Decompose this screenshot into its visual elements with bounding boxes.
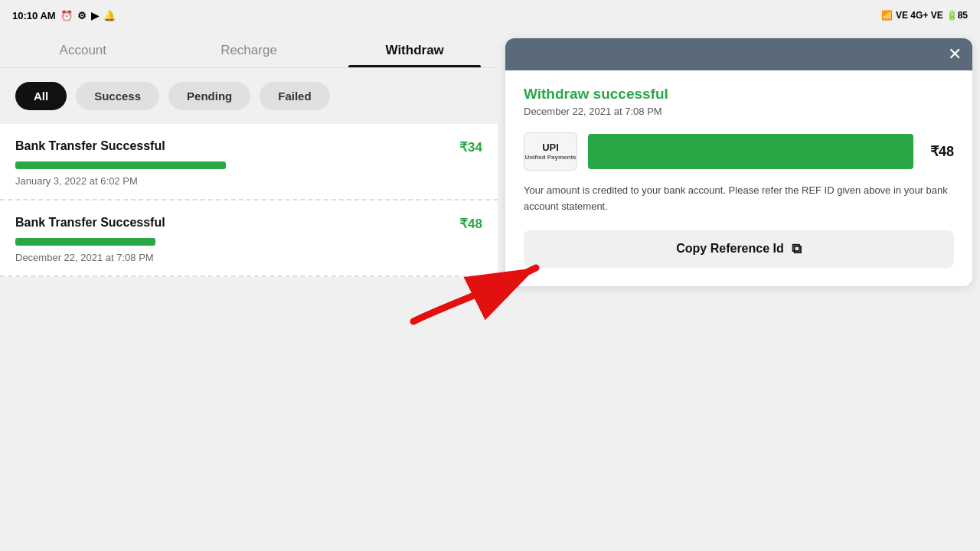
youtube-icon: ▶: [91, 10, 99, 21]
copy-icon: ⧉: [792, 241, 802, 257]
filter-pending[interactable]: Pending: [168, 82, 250, 110]
tab-recharge[interactable]: Recharge: [166, 31, 332, 67]
transaction-date-1: January 3, 2022 at 6:02 PM: [15, 175, 482, 187]
upi-green-bar: [588, 134, 913, 169]
progress-bar-2: [15, 238, 155, 246]
copy-ref-label: Copy Reference Id: [676, 242, 783, 256]
transaction-header-1: Bank Transfer Successful ₹34: [15, 139, 482, 155]
transaction-title-1: Bank Transfer Successful: [15, 139, 165, 153]
modal-body: Withdraw successful December 22, 2021 at…: [505, 70, 972, 286]
status-bar: 10:10 AM ⏰ ⚙ ▶ 🔔 📶 VE 4G+ VE 🔋85: [0, 0, 980, 31]
filter-failed[interactable]: Failed: [260, 82, 329, 110]
status-left: 10:10 AM ⏰ ⚙ ▶ 🔔: [12, 10, 116, 21]
transaction-list: Bank Transfer Successful ₹34 January 3, …: [0, 124, 498, 277]
transaction-amount-2: ₹48: [459, 216, 482, 232]
modal-header: ✕: [505, 38, 972, 70]
wifi-icon: 📶: [881, 10, 893, 21]
tab-withdraw[interactable]: Withdraw: [332, 31, 498, 67]
info-text: Your amount is credited to your bank acc…: [524, 183, 954, 215]
transaction-title-2: Bank Transfer Successful: [15, 216, 165, 230]
table-row[interactable]: Bank Transfer Successful ₹48 December 22…: [0, 201, 498, 277]
copy-reference-id-button[interactable]: Copy Reference Id ⧉: [524, 230, 954, 268]
payment-row: UPI Unified Payments ₹48: [524, 132, 954, 171]
transaction-amount-1: ₹34: [459, 139, 482, 155]
tab-bar: Account Recharge Withdraw: [0, 31, 498, 68]
alarm-icon: ⏰: [60, 10, 73, 21]
progress-bar-1: [15, 161, 226, 169]
transaction-header-2: Bank Transfer Successful ₹48: [15, 216, 482, 232]
settings-icon: ⚙: [77, 10, 87, 21]
withdraw-success-date: December 22, 2021 at 7:08 PM: [524, 106, 954, 117]
left-panel: Account Recharge Withdraw All Success Pe…: [0, 31, 498, 551]
bell-icon: 🔔: [103, 10, 116, 21]
battery-icon: 🔋85: [946, 10, 968, 21]
time-display: 10:10 AM: [12, 10, 56, 21]
filter-all[interactable]: All: [15, 82, 67, 110]
right-panel: ✕ Withdraw successful December 22, 2021 …: [498, 31, 980, 551]
status-right: 📶 VE 4G+ VE 🔋85: [881, 10, 968, 21]
withdraw-success-title: Withdraw successful: [524, 86, 954, 103]
filter-success[interactable]: Success: [76, 82, 159, 110]
transaction-date-2: December 22, 2021 at 7:08 PM: [15, 252, 482, 263]
signal-icons: VE 4G+ VE: [896, 10, 943, 21]
table-row[interactable]: Bank Transfer Successful ₹34 January 3, …: [0, 124, 498, 201]
modal-card: ✕ Withdraw successful December 22, 2021 …: [505, 38, 972, 286]
tab-account[interactable]: Account: [0, 31, 166, 67]
close-button[interactable]: ✕: [948, 46, 962, 63]
modal-amount: ₹48: [930, 143, 954, 160]
upi-logo: UPI Unified Payments: [524, 132, 577, 171]
filter-bar: All Success Pending Failed: [0, 68, 498, 124]
